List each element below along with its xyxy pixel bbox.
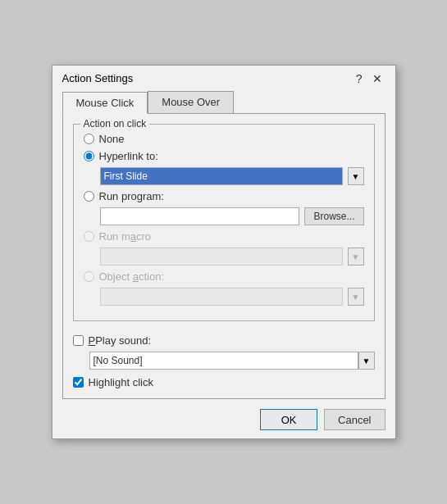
radio-run-macro-row: Run macro (84, 230, 364, 243)
play-sound-label: PPlay sound: (89, 334, 152, 347)
action-settings-dialog: Action Settings ? ✕ Mouse Click Mouse Ov… (52, 65, 396, 439)
radio-none-label: None (99, 133, 125, 145)
radio-none-row: None (84, 133, 364, 145)
buttons-row: OK Cancel (52, 406, 395, 438)
radio-hyperlink[interactable] (84, 151, 94, 161)
highlight-click-checkbox[interactable] (73, 377, 84, 388)
macro-dropdown-arrow[interactable]: ▼ (348, 247, 364, 266)
ok-button[interactable]: OK (260, 409, 317, 430)
close-icon[interactable]: ✕ (369, 73, 385, 84)
group-label: Action on click (80, 118, 150, 129)
dialog-title: Action Settings (62, 72, 134, 84)
radio-object-action[interactable] (84, 271, 94, 282)
browse-button[interactable]: Browse... (304, 207, 363, 225)
hyperlink-input-row: First Slide ▼ (100, 167, 364, 185)
object-action-dropdown[interactable] (100, 288, 343, 306)
radio-run-macro-label: Run macro (99, 230, 152, 243)
hyperlink-dropdown-arrow[interactable]: ▼ (348, 167, 364, 185)
run-macro-input-row: ▼ (100, 247, 364, 266)
radio-object-action-row: Object action: (84, 270, 364, 283)
title-bar: Action Settings ? ✕ (52, 66, 395, 84)
play-sound-checkbox[interactable] (73, 335, 84, 346)
content-area: Action on click None Hyperlink to: First… (62, 113, 385, 399)
run-program-input[interactable] (100, 207, 300, 225)
title-bar-icons: ? ✕ (353, 73, 385, 84)
play-sound-row: PPlay sound: (73, 334, 375, 347)
cancel-button[interactable]: Cancel (324, 409, 385, 430)
tabs-row: Mouse Click Mouse Over (62, 91, 385, 113)
object-action-dropdown-arrow[interactable]: ▼ (348, 288, 364, 306)
highlight-click-row: Highlight click (73, 376, 375, 388)
help-icon[interactable]: ? (353, 73, 366, 84)
tab-mouse-over[interactable]: Mouse Over (148, 91, 234, 113)
radio-none[interactable] (84, 134, 94, 144)
action-on-click-group: Action on click None Hyperlink to: First… (73, 124, 375, 321)
run-program-input-row: Browse... (100, 207, 364, 225)
radio-run-program-label: Run program: (99, 190, 164, 202)
radio-run-macro[interactable] (84, 231, 94, 242)
tab-mouse-click[interactable]: Mouse Click (62, 92, 148, 114)
object-action-input-row: ▼ (100, 288, 364, 306)
radio-hyperlink-label: Hyperlink to: (99, 150, 158, 162)
macro-dropdown[interactable] (100, 247, 343, 266)
sound-dropdown-row: [No Sound] ▼ (89, 352, 375, 370)
radio-run-program[interactable] (84, 191, 94, 202)
bottom-area: PPlay sound: [No Sound] ▼ Highlight clic… (73, 331, 375, 388)
radio-object-action-label: Object action: (99, 270, 165, 283)
highlight-click-label: Highlight click (89, 376, 153, 388)
hyperlink-dropdown[interactable]: First Slide (100, 167, 343, 185)
radio-hyperlink-row: Hyperlink to: (84, 150, 364, 162)
radio-run-program-row: Run program: (84, 190, 364, 202)
sound-dropdown-arrow[interactable]: ▼ (358, 352, 375, 370)
sound-dropdown[interactable]: [No Sound] (89, 352, 358, 370)
